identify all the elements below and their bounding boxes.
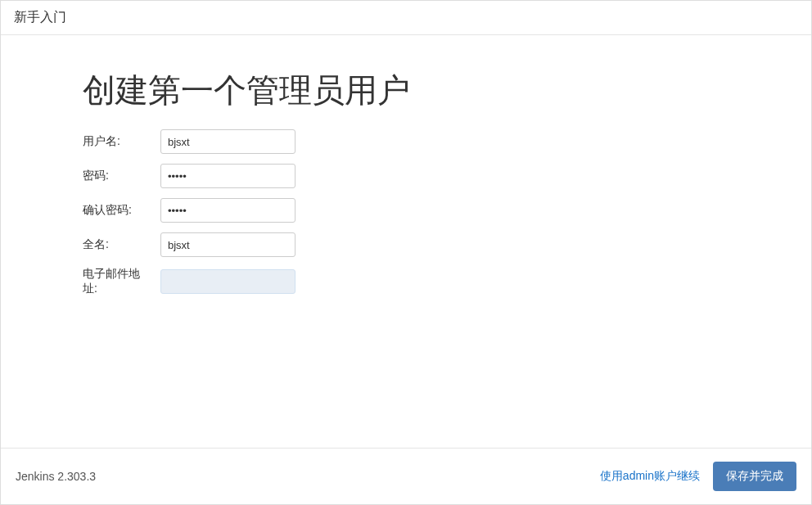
password-input[interactable]: [160, 164, 295, 188]
version-text: Jenkins 2.303.3: [16, 470, 96, 483]
fullname-input[interactable]: [160, 232, 295, 257]
email-input-redacted[interactable]: [160, 269, 295, 294]
username-label: 用户名:: [83, 134, 160, 149]
username-input[interactable]: [160, 129, 295, 154]
field-row-confirm-password: 确认密码:: [83, 198, 811, 223]
header-bar: 新手入门: [1, 1, 811, 35]
field-row-username: 用户名:: [83, 129, 811, 154]
confirm-password-input[interactable]: [160, 198, 295, 223]
header-title: 新手入门: [14, 10, 66, 24]
save-and-finish-button[interactable]: 保存并完成: [713, 462, 796, 491]
fullname-label: 全名:: [83, 237, 160, 252]
setup-wizard-window: 新手入门 创建第一个管理员用户 用户名: 密码: 确认密码: 全名: 电子邮件地…: [0, 0, 812, 505]
field-row-password: 密码:: [83, 164, 811, 188]
field-row-fullname: 全名:: [83, 232, 811, 257]
footer-bar: Jenkins 2.303.3 使用admin账户继续 保存并完成: [1, 448, 811, 504]
password-label: 密码:: [83, 169, 160, 183]
confirm-password-label: 确认密码:: [83, 203, 160, 218]
email-label: 电子邮件地址:: [83, 267, 160, 296]
continue-as-admin-button[interactable]: 使用admin账户继续: [600, 469, 700, 484]
field-row-email: 电子邮件地址:: [83, 267, 811, 296]
footer-actions: 使用admin账户继续 保存并完成: [600, 462, 796, 491]
main-content: 创建第一个管理员用户 用户名: 密码: 确认密码: 全名: 电子邮件地址:: [1, 35, 811, 448]
page-title: 创建第一个管理员用户: [83, 68, 811, 113]
